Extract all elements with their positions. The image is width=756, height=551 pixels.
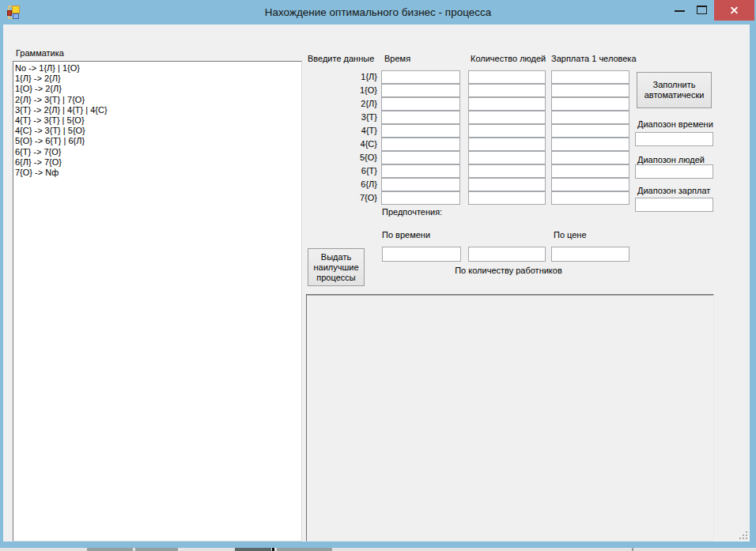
row-label: 1{О} <box>340 85 377 95</box>
people-input-4T[interactable] <box>468 124 546 138</box>
by-workers-label: По количеству работников <box>441 266 576 275</box>
people-input-6L[interactable] <box>468 178 546 191</box>
time-input-4C[interactable] <box>381 138 460 151</box>
grammar-listbox[interactable]: No -> 1{Л} | 1{О} 1{Л} -> 2{Л} 1{О} -> 2… <box>13 61 302 542</box>
application-window: Нахождение оптимального бизнес - процесс… <box>0 0 756 551</box>
grammar-rule[interactable]: 6{Л} -> 7{О} <box>15 157 301 168</box>
salary-input-6L[interactable] <box>551 178 629 191</box>
time-input-7O[interactable] <box>381 191 460 205</box>
enter-data-label: Введите данные <box>308 54 374 63</box>
row-label: 6{Л} <box>340 179 377 189</box>
autofill-button[interactable]: Заполнить автоматически <box>637 72 712 108</box>
maximize-icon <box>697 6 707 14</box>
salary-input-4C[interactable] <box>551 138 629 151</box>
people-column-header: Количество людей <box>471 54 546 63</box>
people-input-7O[interactable] <box>468 191 546 205</box>
row-label: 7{О} <box>340 193 377 202</box>
people-input-3T[interactable] <box>468 111 546 124</box>
time-range-label: Диапозон времени <box>637 119 713 129</box>
by-time-label: По времени <box>382 230 430 240</box>
time-input-4T[interactable] <box>381 124 460 138</box>
grammar-rule[interactable]: 4{С} -> 3{Т} | 5{О} <box>15 126 301 136</box>
people-input-2L[interactable] <box>468 97 546 111</box>
people-input-1O[interactable] <box>468 84 546 97</box>
time-input-1L[interactable] <box>381 70 460 84</box>
taskbar-segment <box>277 548 332 551</box>
salary-input-1O[interactable] <box>551 84 629 97</box>
grammar-rule[interactable]: 2{Л} -> 3{Т} | 7{О} <box>15 95 301 105</box>
pref-time-input[interactable] <box>382 247 461 262</box>
salary-input-5O[interactable] <box>551 151 629 164</box>
taskbar-segment <box>87 548 133 551</box>
time-input-5O[interactable] <box>381 151 460 164</box>
people-range-label: Диапозон людей <box>637 155 705 164</box>
taskbar-divider <box>632 548 633 551</box>
row-label: 2{Л} <box>340 99 377 108</box>
minimize-icon <box>675 10 685 12</box>
results-box[interactable] <box>306 294 714 542</box>
time-input-3T[interactable] <box>381 111 460 124</box>
time-input-1O[interactable] <box>381 84 460 97</box>
salary-input-4T[interactable] <box>551 124 629 138</box>
by-price-label: По цене <box>554 230 587 240</box>
grammar-rule[interactable]: 1{Л} -> 2{Л} <box>15 74 301 84</box>
people-input-5O[interactable] <box>468 151 546 164</box>
row-label: 3{Т} <box>340 112 377 122</box>
salary-input-6T[interactable] <box>551 164 629 178</box>
taskbar-sliver <box>0 548 756 551</box>
grammar-rule[interactable]: No -> 1{Л} | 1{О} <box>15 63 301 74</box>
pref-price-input[interactable] <box>551 247 629 262</box>
salary-range-input[interactable] <box>635 198 713 212</box>
grammar-rule[interactable]: 5{О} -> 6{Т} | 6{Л} <box>15 136 301 146</box>
salary-input-3T[interactable] <box>551 111 629 124</box>
window-title: Нахождение оптимального бизнес - процесс… <box>0 6 756 18</box>
people-input-4C[interactable] <box>468 138 546 151</box>
window-border-right[interactable] <box>750 21 756 542</box>
people-range-input[interactable] <box>635 164 713 179</box>
close-button[interactable] <box>714 0 754 21</box>
salary-column-header: Зарплата 1 человека <box>551 54 637 63</box>
grammar-rule[interactable]: 7{О} -> Nф <box>15 168 301 178</box>
time-column-header: Время <box>384 54 410 63</box>
grammar-label: Грамматика <box>16 48 64 58</box>
grammar-rule[interactable]: 6{Т} -> 7{О} <box>15 147 301 157</box>
salary-range-label: Диапозон зарплат <box>637 186 710 195</box>
salary-input-2L[interactable] <box>551 97 629 111</box>
taskbar-cursor-mark <box>272 548 274 551</box>
minimize-button[interactable] <box>668 0 690 21</box>
time-range-input[interactable] <box>635 132 713 146</box>
grammar-rule[interactable]: 4{Т} -> 3{Т} | 5{О} <box>15 115 301 126</box>
preferences-label: Предпочтения: <box>382 207 442 217</box>
time-input-6T[interactable] <box>381 164 460 178</box>
row-label: 6{Т} <box>340 166 377 175</box>
row-label: 1{Л} <box>340 72 377 81</box>
time-input-2L[interactable] <box>381 97 460 111</box>
time-input-6L[interactable] <box>381 178 460 191</box>
grammar-rule[interactable]: 1{О} -> 2{Л} <box>15 84 301 94</box>
best-processes-button[interactable]: Выдать наилучшие процессы <box>308 248 365 286</box>
row-label: 4{Т} <box>340 126 377 135</box>
taskbar-segment <box>235 548 271 551</box>
taskbar-segment <box>135 548 178 551</box>
people-input-1L[interactable] <box>468 70 546 84</box>
row-label: 4{С} <box>340 139 377 149</box>
resize-grip-icon[interactable] <box>739 531 741 533</box>
salary-input-7O[interactable] <box>551 191 629 205</box>
people-input-6T[interactable] <box>468 164 546 178</box>
maximize-button[interactable] <box>691 0 713 21</box>
grammar-rule[interactable]: 3{Т} -> 2{Л} | 4{Т} | 4{С} <box>15 105 301 115</box>
salary-input-1L[interactable] <box>551 70 629 84</box>
window-border-bottom[interactable] <box>0 542 756 548</box>
row-label: 5{О} <box>340 153 377 162</box>
titlebar[interactable]: Нахождение оптимального бизнес - процесс… <box>0 0 756 25</box>
pref-workers-input[interactable] <box>468 247 546 262</box>
close-icon <box>730 6 739 14</box>
